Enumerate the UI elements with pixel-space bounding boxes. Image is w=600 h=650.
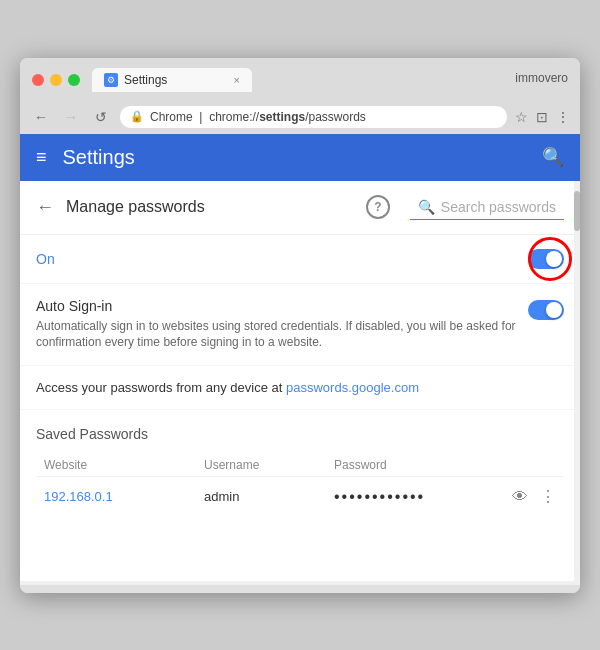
forward-button[interactable]: → (60, 109, 82, 125)
auto-signin-toggle[interactable] (528, 300, 564, 320)
website-cell[interactable]: 192.168.0.1 (44, 489, 204, 504)
search-passwords-bar[interactable]: 🔍 Search passwords (410, 195, 564, 220)
browser-window: ⚙ Settings × immovero ← → ↺ 🔒 Chrome | c… (20, 58, 580, 593)
offer-save-toggle[interactable] (528, 249, 564, 269)
scrollbar-thumb[interactable] (574, 191, 580, 231)
minimize-dot[interactable] (50, 74, 62, 86)
column-password-header: Password (334, 458, 556, 472)
scrollbar-track[interactable] (574, 181, 580, 581)
url-prefix: Chrome (150, 110, 193, 124)
close-dot[interactable] (32, 74, 44, 86)
help-icon[interactable]: ? (366, 195, 390, 219)
auto-signin-description: Automatically sign in to websites using … (36, 318, 516, 352)
offer-to-save-toggle-row: On (20, 235, 580, 284)
manage-passwords-header: ← Manage passwords ? 🔍 Search passwords (20, 181, 580, 235)
settings-header: ≡ Settings 🔍 (20, 134, 580, 181)
offer-save-label: On (36, 251, 55, 267)
address-actions: ☆ ⊡ ⋮ (515, 109, 570, 125)
password-cell: •••••••••••• (334, 488, 512, 506)
show-password-icon[interactable]: 👁 (512, 488, 528, 506)
lock-icon: 🔒 (130, 110, 144, 123)
help-icon-label: ? (374, 200, 381, 214)
content-area: ← Manage passwords ? 🔍 Search passwords … (20, 181, 580, 581)
search-passwords-placeholder: Search passwords (441, 199, 556, 215)
tab-area: ⚙ Settings × (92, 68, 515, 92)
hamburger-menu-button[interactable]: ≡ (36, 147, 47, 168)
manage-passwords-title: Manage passwords (66, 198, 354, 216)
settings-favicon-icon: ⚙ (104, 73, 118, 87)
more-icon[interactable]: ⋮ (556, 109, 570, 125)
passwords-google-link[interactable]: passwords.google.com (286, 380, 419, 395)
url-path: chrome://settings/passwords (209, 110, 366, 124)
back-to-settings-button[interactable]: ← (36, 197, 54, 218)
settings-page-title: Settings (63, 146, 135, 169)
access-from-device-row: Access your passwords from any device at… (20, 366, 580, 410)
auto-signin-row: Auto Sign-in Automatically sign in to we… (20, 284, 580, 367)
row-more-icon[interactable]: ⋮ (540, 487, 556, 506)
cast-icon[interactable]: ⊡ (536, 109, 548, 125)
column-website-header: Website (44, 458, 204, 472)
table-header: Website Username Password (36, 454, 564, 476)
address-url: Chrome | chrome://settings/passwords (150, 110, 366, 124)
title-bar: ⚙ Settings × immovero (20, 58, 580, 100)
address-bar: ← → ↺ 🔒 Chrome | chrome://settings/passw… (20, 100, 580, 134)
access-text: Access your passwords from any device at (36, 380, 286, 395)
saved-passwords-section: Saved Passwords Website Username Passwor… (20, 410, 580, 524)
address-input[interactable]: 🔒 Chrome | chrome://settings/passwords (120, 106, 507, 128)
search-icon[interactable]: 🔍 (542, 146, 564, 168)
username-cell: admin (204, 489, 334, 504)
row-actions: 👁 ⋮ (512, 487, 556, 506)
table-row: 192.168.0.1 admin •••••••••••• 👁 ⋮ (36, 476, 564, 516)
auto-signin-text: Auto Sign-in Automatically sign in to we… (36, 298, 516, 352)
saved-passwords-title: Saved Passwords (36, 426, 564, 442)
auto-signin-title: Auto Sign-in (36, 298, 516, 314)
column-username-header: Username (204, 458, 334, 472)
search-passwords-icon: 🔍 (418, 199, 435, 215)
traffic-lights (32, 74, 80, 86)
horizontal-scrollbar[interactable] (20, 585, 580, 593)
user-profile-name: immovero (515, 71, 568, 89)
tab-title: Settings (124, 73, 167, 87)
bookmark-icon[interactable]: ☆ (515, 109, 528, 125)
active-tab[interactable]: ⚙ Settings × (92, 68, 252, 92)
tab-close-button[interactable]: × (234, 74, 240, 86)
reload-button[interactable]: ↺ (90, 109, 112, 125)
settings-header-left: ≡ Settings (36, 146, 135, 169)
offer-save-toggle-container (528, 249, 564, 269)
back-button[interactable]: ← (30, 109, 52, 125)
maximize-dot[interactable] (68, 74, 80, 86)
